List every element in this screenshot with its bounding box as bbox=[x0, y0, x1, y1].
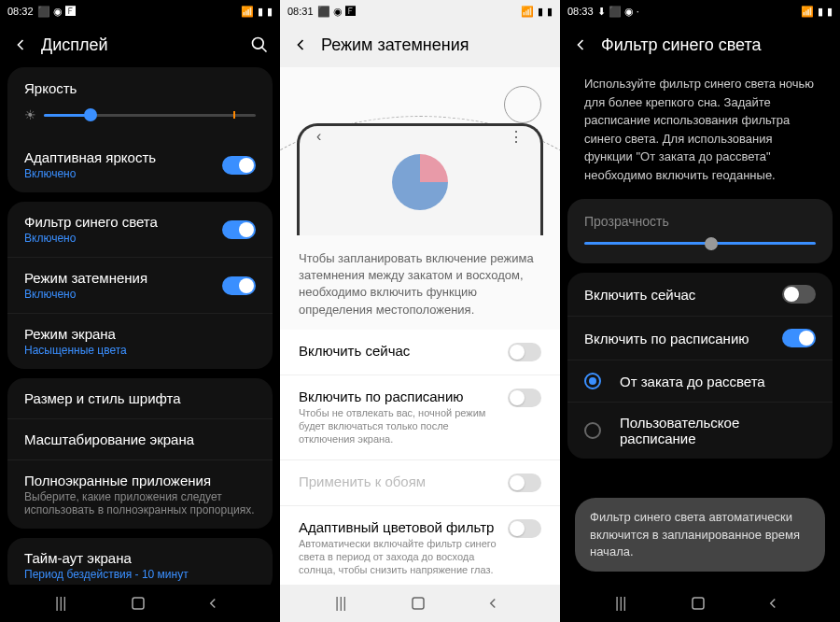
info-text: Чтобы запланировать включение режима зат… bbox=[280, 235, 560, 330]
svg-rect-2 bbox=[413, 598, 424, 609]
opacity-label: Прозрачность bbox=[584, 214, 816, 229]
adaptive-title: Адаптивная яркость bbox=[24, 149, 156, 165]
wifi-icon: 📶 bbox=[241, 6, 254, 18]
dark-mode-title: Режим затемнения bbox=[24, 270, 147, 286]
svg-point-0 bbox=[253, 38, 264, 49]
description: Используйте фильтр синего света ночью дл… bbox=[567, 67, 833, 199]
brightness-slider[interactable]: ☀ bbox=[24, 107, 256, 122]
status-time: 08:31 bbox=[287, 6, 314, 17]
enable-schedule-row[interactable]: Включить по расписанию bbox=[567, 317, 833, 360]
enable-now-toggle[interactable] bbox=[782, 285, 816, 304]
enable-now-toggle[interactable] bbox=[508, 343, 541, 361]
blue-filter-title: Фильтр синего света bbox=[24, 214, 158, 230]
font-card: Размер и стиль шрифта Масштабирование эк… bbox=[7, 378, 273, 529]
wallpaper-title: Применить к обоям bbox=[299, 474, 497, 489]
radio-custom-label: Пользовательское расписание bbox=[620, 415, 816, 446]
adaptive-filter-title: Адаптивный цветовой фильтр bbox=[299, 519, 497, 535]
brightness-label: Яркость bbox=[24, 80, 256, 96]
phone-blue-filter-settings: 08:33 ⬇ ⬛ ◉ · 📶 ▮ ▮ Фильтр синего света … bbox=[560, 0, 840, 622]
blue-filter-toggle[interactable] bbox=[222, 220, 256, 239]
fullscreen-sub: Выберите, какие приложения следует испол… bbox=[24, 490, 256, 516]
nav-recents-icon[interactable]: ||| bbox=[55, 595, 76, 612]
nav-back-icon[interactable] bbox=[764, 595, 785, 612]
nav-back-icon[interactable] bbox=[484, 595, 505, 612]
radio-sunset[interactable] bbox=[584, 373, 601, 389]
screen-mode-row[interactable]: Режим экрана Насыщенные цвета bbox=[7, 314, 273, 369]
adaptive-toggle[interactable] bbox=[222, 156, 256, 175]
header: Дисплей bbox=[0, 22, 280, 67]
adaptive-brightness-row[interactable]: Адаптивная яркость Включено bbox=[7, 137, 273, 192]
notif-icons: ⬇ ⬛ ◉ · bbox=[597, 6, 639, 18]
nav-bar: ||| bbox=[280, 585, 560, 622]
content: Яркость ☀ Адаптивная яркость Включено bbox=[0, 67, 280, 585]
fullscreen-title: Полноэкранные приложения bbox=[24, 473, 256, 488]
nav-home-icon[interactable] bbox=[130, 595, 150, 612]
header: Фильтр синего света bbox=[560, 22, 840, 67]
dark-mode-row[interactable]: Режим затемнения Включено bbox=[7, 258, 273, 314]
fullscreen-row[interactable]: Полноэкранные приложения Выберите, какие… bbox=[7, 460, 273, 529]
mock-phone: ‹⋮ bbox=[297, 123, 543, 235]
timeout-title: Тайм-аут экрана bbox=[24, 550, 256, 566]
phone-display-settings: 08:32 ⬛ ◉ 🅵 📶 ▮ ▮ Дисплей Яркость ☀ bbox=[0, 0, 280, 622]
zoom-row[interactable]: Масштабирование экрана bbox=[7, 419, 273, 460]
mock-pie-chart bbox=[392, 154, 448, 210]
font-title: Размер и стиль шрифта bbox=[24, 390, 256, 406]
zoom-title: Масштабирование экрана bbox=[24, 431, 256, 447]
signal-icon: ▮ bbox=[258, 6, 263, 18]
search-icon[interactable] bbox=[250, 35, 269, 54]
nav-recents-icon[interactable]: ||| bbox=[615, 595, 636, 612]
blue-filter-row[interactable]: Фильтр синего света Включено bbox=[7, 202, 273, 258]
enable-schedule-title: Включить по расписанию bbox=[299, 389, 497, 404]
enable-schedule-toggle[interactable] bbox=[508, 389, 541, 407]
status-time: 08:33 bbox=[567, 6, 594, 17]
nav-back-icon[interactable] bbox=[204, 595, 225, 612]
illustration: ‹⋮ bbox=[280, 67, 560, 235]
wifi-icon: 📶 bbox=[801, 6, 814, 18]
enable-schedule-row[interactable]: Включить по расписанию Чтобы не отвлекат… bbox=[280, 375, 560, 460]
nav-home-icon[interactable] bbox=[690, 595, 710, 612]
radio-custom-row[interactable]: Пользовательское расписание bbox=[567, 403, 833, 459]
display-modes-card: Фильтр синего света Включено Режим затем… bbox=[7, 202, 273, 369]
status-bar: 08:32 ⬛ ◉ 🅵 📶 ▮ ▮ bbox=[0, 0, 280, 22]
battery-icon: ▮ bbox=[827, 6, 833, 18]
radio-sunset-row[interactable]: От заката до рассвета bbox=[567, 360, 833, 403]
enable-now-row[interactable]: Включить сейчас bbox=[280, 330, 560, 375]
brightness-row: Яркость ☀ bbox=[7, 67, 273, 137]
svg-rect-3 bbox=[693, 598, 704, 609]
screen-mode-title: Режим экрана bbox=[24, 326, 256, 342]
back-icon[interactable] bbox=[291, 35, 310, 54]
status-time: 08:32 bbox=[7, 6, 34, 17]
enable-now-row[interactable]: Включить сейчас bbox=[567, 273, 833, 317]
opacity-card: Прозрачность bbox=[567, 199, 833, 263]
timeout-row[interactable]: Тайм-аут экрана Период бездействия - 10 … bbox=[7, 538, 273, 585]
radio-sunset-label: От заката до рассвета bbox=[620, 374, 765, 389]
back-icon[interactable] bbox=[11, 35, 30, 54]
enable-schedule-sub: Чтобы не отвлекать вас, ночной режим буд… bbox=[299, 406, 497, 446]
adaptive-filter-toggle[interactable] bbox=[508, 519, 541, 538]
adaptive-filter-row[interactable]: Адаптивный цветовой фильтр Автоматически… bbox=[280, 506, 560, 585]
mock-more-icon: ⋮ bbox=[509, 128, 524, 146]
brightness-card: Яркость ☀ Адаптивная яркость Включено bbox=[7, 67, 273, 192]
font-row[interactable]: Размер и стиль шрифта bbox=[7, 378, 273, 419]
status-bar: 08:33 ⬇ ⬛ ◉ · 📶 ▮ ▮ bbox=[560, 0, 840, 22]
notif-icons: ⬛ ◉ 🅵 bbox=[317, 6, 356, 18]
radio-custom[interactable] bbox=[584, 422, 601, 439]
nav-bar: ||| bbox=[560, 585, 840, 622]
adaptive-sub: Включено bbox=[24, 167, 156, 180]
nav-home-icon[interactable] bbox=[410, 595, 430, 612]
sun-small-icon: ☀ bbox=[24, 107, 36, 122]
back-icon[interactable] bbox=[571, 35, 590, 54]
phone-dark-mode-settings: 08:31 ⬛ ◉ 🅵 📶 ▮ ▮ Режим затемнения ‹⋮ Чт… bbox=[280, 0, 560, 622]
dark-mode-sub: Включено bbox=[24, 288, 147, 301]
dark-mode-toggle[interactable] bbox=[222, 276, 256, 295]
enable-schedule-toggle[interactable] bbox=[782, 329, 816, 347]
page-title: Режим затемнения bbox=[321, 35, 549, 55]
battery-icon: ▮ bbox=[547, 6, 553, 18]
mock-back-icon: ‹ bbox=[316, 128, 321, 145]
adaptive-filter-sub: Автоматически включайте фильтр синего св… bbox=[299, 537, 497, 577]
nav-recents-icon[interactable]: ||| bbox=[335, 595, 356, 612]
schedule-card: Включить сейчас Включить по расписанию О… bbox=[567, 273, 833, 459]
content: ‹⋮ Чтобы запланировать включение режима … bbox=[280, 67, 560, 585]
signal-icon: ▮ bbox=[538, 6, 543, 18]
opacity-slider[interactable] bbox=[584, 242, 816, 245]
